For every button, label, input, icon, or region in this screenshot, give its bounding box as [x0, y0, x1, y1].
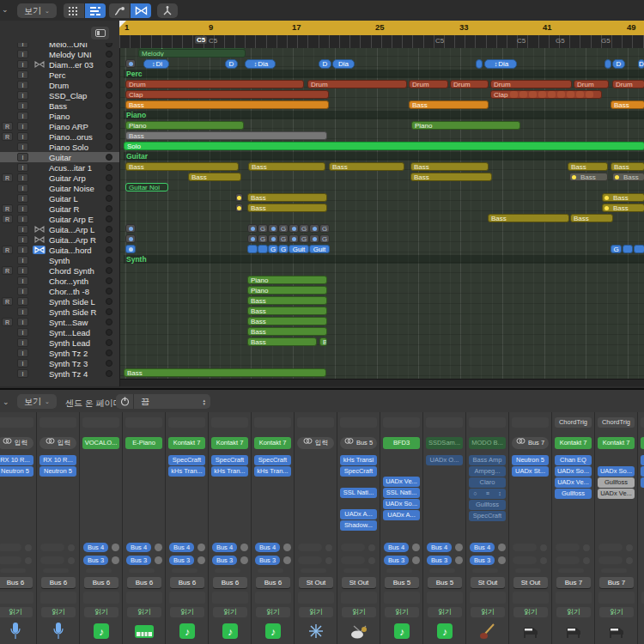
arrange-region[interactable]: ↕Dia — [484, 59, 517, 69]
arrange-region[interactable]: Piano — [247, 276, 327, 284]
mute-dot[interactable] — [106, 246, 112, 253]
mute-dot[interactable] — [106, 288, 112, 295]
send-slot-empty[interactable] — [298, 556, 332, 564]
arrange-region[interactable]: Drum — [125, 80, 304, 88]
send-slot-small[interactable] — [601, 568, 627, 573]
track-row[interactable]: RISynth Side L — [0, 296, 119, 307]
output-select[interactable]: Bus 6 — [256, 577, 290, 588]
mute-dot[interactable] — [106, 82, 112, 88]
send-slot-small[interactable] — [515, 568, 541, 573]
track-row[interactable]: ISynth — [0, 255, 119, 265]
channel-strip[interactable]: E-PianoBus 4Bus 3Bus 6읽기 — [123, 412, 166, 644]
record-enable-badge[interactable]: R — [2, 173, 13, 182]
input-monitor-badge[interactable]: I — [17, 101, 28, 110]
instrument-slot[interactable]: SSDSam... — [426, 437, 463, 449]
channel-strip[interactable]: 입력RX 10 R...Neutron 5Bus 6읽기 — [0, 412, 37, 644]
midi-fx-slot-empty[interactable] — [39, 417, 76, 428]
arrange-region[interactable]: G — [299, 234, 309, 243]
arrange-region[interactable] — [289, 224, 299, 233]
arrange-region[interactable] — [476, 59, 483, 69]
input-monitor-badge[interactable]: I — [17, 369, 28, 378]
chevron-down-icon[interactable]: ⌄ — [3, 398, 9, 406]
midi-bowtie-icon[interactable] — [33, 235, 46, 244]
track-row[interactable]: ISSD_Clap — [0, 90, 119, 100]
input-monitor-badge[interactable]: I — [17, 307, 28, 316]
input-monitor-badge[interactable]: I — [17, 225, 28, 234]
arrange-region[interactable]: G — [258, 224, 268, 233]
arrange-region[interactable]: Bass — [602, 204, 644, 212]
insert-plugin-slot[interactable]: Shadow... — [340, 520, 377, 531]
automation-mode-button[interactable]: 읽기 — [342, 607, 376, 617]
send-knob[interactable] — [498, 544, 506, 551]
arrange-region[interactable] — [247, 234, 258, 243]
input-monitor-badge[interactable]: I — [17, 122, 28, 131]
record-enable-badge[interactable]: R — [2, 122, 13, 131]
arrange-region[interactable]: Bass — [410, 173, 492, 181]
track-row[interactable]: ISynt...Lead — [0, 327, 119, 337]
send-slot-small[interactable] — [343, 568, 369, 573]
record-enable-badge[interactable]: R — [2, 318, 13, 326]
automation-mode-button[interactable]: 읽기 — [599, 607, 634, 617]
record-enable-badge[interactable]: R — [2, 132, 13, 141]
output-select[interactable]: Bus 7 — [556, 577, 591, 588]
arrange-region[interactable]: G — [278, 245, 289, 253]
track-row[interactable]: IGuitar — [0, 152, 119, 162]
insert-plugin-slot[interactable]: SSL Nati... — [340, 488, 377, 498]
mute-dot[interactable] — [106, 267, 112, 274]
mute-dot[interactable] — [106, 92, 112, 99]
insert-plugin-slot[interactable] — [641, 466, 644, 477]
output-select[interactable]: St Out — [342, 577, 376, 588]
send-knob[interactable] — [498, 556, 506, 564]
arrange-region[interactable]: B — [319, 337, 327, 346]
midi-fx-slot-empty[interactable] — [0, 417, 33, 428]
send-knob[interactable] — [155, 556, 162, 564]
channel-strip[interactable]: 입력St Out읽기 — [295, 412, 337, 644]
arrange-region[interactable]: Piano — [125, 121, 244, 130]
arrange-region[interactable]: Bass — [125, 131, 327, 140]
input-monitor-badge[interactable]: I — [17, 235, 28, 244]
send-slot[interactable]: Bus 3 — [212, 556, 248, 565]
arrange-region[interactable] — [605, 59, 611, 69]
input-slot[interactable]: Bus 7 — [512, 437, 549, 449]
midi-fx-slot-empty[interactable] — [641, 417, 644, 428]
track-row[interactable]: IGuitar Noise — [0, 183, 119, 193]
record-enable-badge[interactable]: R — [2, 215, 13, 223]
output-select[interactable]: Bus 7 — [599, 577, 634, 588]
input-monitor-badge[interactable]: I — [17, 276, 28, 285]
output-select[interactable]: Bus 6 — [213, 577, 247, 588]
send-bus-label[interactable]: Bus 3 — [169, 556, 194, 565]
insert-plugin-slot[interactable]: Claro — [469, 477, 506, 488]
input-monitor-badge[interactable]: I — [17, 266, 28, 275]
arrange-region[interactable]: Bass — [410, 162, 489, 171]
send-slot-small[interactable] — [429, 568, 455, 573]
arrange-region[interactable]: Bass — [568, 162, 608, 171]
insert-plugin-slot[interactable]: kHs Tran... — [168, 466, 205, 477]
channel-strip[interactable] — [638, 412, 644, 644]
arrange-region[interactable]: Bass — [125, 162, 239, 171]
channel-strip[interactable]: 입력RX 10 R...Neutron 5Bus 6읽기 — [37, 412, 80, 644]
group-slot[interactable] — [427, 592, 463, 604]
insert-plugin-slot[interactable]: Neutron 5 — [512, 455, 549, 465]
mute-dot[interactable] — [106, 308, 112, 315]
input-monitor-badge[interactable]: I — [17, 215, 28, 223]
send-bus-label[interactable]: Bus 4 — [126, 543, 151, 552]
mute-dot[interactable] — [106, 154, 112, 161]
arrange-region[interactable]: Melody — [138, 49, 246, 58]
arrange-region[interactable]: Bass — [247, 317, 327, 325]
insert-plugin-slot[interactable]: UADx St... — [512, 466, 549, 477]
arrange-region[interactable]: ↕Di — [143, 59, 169, 69]
send-bus-label[interactable]: Bus 3 — [255, 556, 280, 565]
send-bus-label[interactable]: Bus 4 — [470, 543, 495, 552]
send-slot[interactable]: Bus 3 — [470, 556, 506, 565]
input-monitor-badge[interactable]: I — [17, 338, 28, 347]
input-slot[interactable]: 입력 — [297, 437, 334, 449]
arrange-region[interactable]: Bass — [602, 193, 644, 202]
mute-dot[interactable] — [106, 195, 112, 202]
chevron-down-icon[interactable]: ⌄ — [2, 5, 9, 14]
group-slot[interactable] — [0, 592, 33, 604]
mute-dot[interactable] — [106, 360, 112, 367]
insert-plugin-slot[interactable]: SpecCraft — [211, 455, 248, 465]
insert-plugin-slot[interactable]: SSL Nati... — [383, 488, 420, 498]
send-slot-empty[interactable] — [513, 544, 547, 551]
send-slot-small[interactable] — [0, 568, 26, 573]
